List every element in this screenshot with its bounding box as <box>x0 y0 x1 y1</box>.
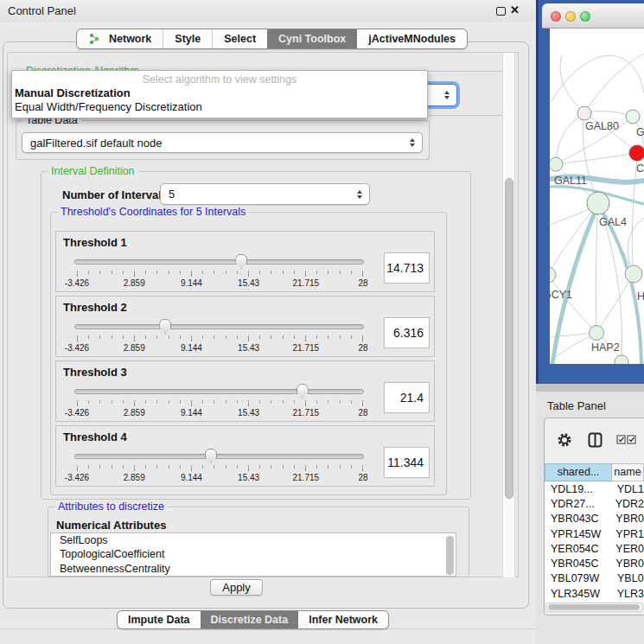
table-data-combobox[interactable]: galFiltered.sif default node <box>22 132 423 153</box>
threshold-slider-track[interactable] <box>74 454 364 459</box>
tab-label: Impute Data <box>128 614 190 626</box>
threshold-label: Threshold 1 <box>63 236 127 249</box>
threshold-value-field[interactable]: 11.344 <box>384 447 430 478</box>
number-of-intervals-combobox[interactable]: 5 <box>160 183 370 205</box>
split-columns-icon[interactable] <box>588 432 603 448</box>
network-edge[interactable] <box>584 54 644 113</box>
cell-name[interactable]: YLR3 <box>612 588 644 600</box>
attribute-item-selfloops[interactable]: SelfLoops <box>51 533 456 547</box>
slider-tick-label: 9.144 <box>181 278 202 288</box>
tab-network[interactable]: Network <box>77 29 163 48</box>
tab-cyni-toolbox[interactable]: Cyni Toolbox <box>267 29 357 48</box>
cell-shared-name[interactable]: YDR27... <box>545 498 610 510</box>
cell-shared-name[interactable]: YBR043C <box>545 513 610 525</box>
close-traffic-light-icon[interactable] <box>551 11 561 22</box>
table-row[interactable]: YER054CYER0 <box>545 541 644 556</box>
table-row[interactable]: YLR345WYLR3 <box>545 586 644 601</box>
cell-name[interactable]: YDR2 <box>610 498 644 510</box>
cell-shared-name[interactable]: YLR345W <box>545 588 612 600</box>
cell-name[interactable]: YPR1 <box>610 528 644 540</box>
threshold-slider-track[interactable] <box>74 324 364 329</box>
cell-name[interactable]: YBR0 <box>610 513 644 525</box>
network-node[interactable] <box>550 267 556 283</box>
slider-tick-label: 2.859 <box>124 408 145 418</box>
table-hscrollbar[interactable] <box>545 603 643 612</box>
cell-shared-name[interactable]: YBR045C <box>545 558 610 570</box>
node-label-c: C <box>636 163 644 175</box>
zoom-traffic-light-icon[interactable] <box>580 11 590 22</box>
attribute-item-betweennesscentrality[interactable]: BetweennessCentrality <box>51 562 456 576</box>
cell-name[interactable]: YBL0 <box>612 572 644 584</box>
dropdown-item-equal-width-frequency-discretization[interactable]: Equal Width/Frequency Discretization <box>12 100 427 114</box>
numerical-attributes-list[interactable]: SelfLoopsTopologicalCoefficientBetweenne… <box>50 532 456 577</box>
network-node[interactable] <box>577 106 591 120</box>
threshold-value-field[interactable]: 21.4 <box>384 382 430 413</box>
column-header-shared-name[interactable]: shared... <box>545 463 612 481</box>
network-edge[interactable] <box>632 161 637 274</box>
tab-label: Cyni Toolbox <box>278 33 346 45</box>
network-node[interactable] <box>550 157 563 171</box>
network-node[interactable] <box>625 265 642 283</box>
network-node[interactable] <box>590 326 604 341</box>
network-canvas[interactable]: GAL80GACGAL11GAL4GCY1HHAP2 <box>550 29 644 364</box>
tab-style[interactable]: Style <box>163 29 212 48</box>
cell-name[interactable]: YBR0 <box>610 558 644 570</box>
bottom-tab-discretize-data[interactable]: Discretize Data <box>201 611 299 628</box>
gear-icon[interactable] <box>557 432 572 448</box>
float-icon[interactable] <box>496 7 506 16</box>
list-scrollbar[interactable] <box>446 536 454 575</box>
network-node[interactable] <box>587 192 609 214</box>
network-thick-edge[interactable] <box>600 207 641 364</box>
apply-button[interactable]: Apply <box>210 579 263 596</box>
panel-scrollbar[interactable] <box>502 53 515 577</box>
column-header-name[interactable]: name <box>612 463 644 481</box>
tab-jactivemnodules[interactable]: jActiveMNodules <box>357 29 467 48</box>
network-edge[interactable] <box>556 153 637 164</box>
table-row[interactable]: YPR145WYPR1 <box>545 526 644 541</box>
table-panel-title: Table Panel <box>547 399 606 412</box>
minimize-traffic-light-icon[interactable] <box>565 11 576 22</box>
threshold-value-field[interactable]: 14.713 <box>384 252 430 284</box>
bottom-tab-impute-data[interactable]: Impute Data <box>118 611 201 628</box>
network-thick-edge[interactable] <box>552 205 598 364</box>
cell-shared-name[interactable]: YPR145W <box>545 528 610 540</box>
network-node[interactable] <box>626 110 640 124</box>
threshold-slider-track[interactable] <box>74 389 364 394</box>
table-row[interactable]: YBR043CYBR0 <box>545 512 644 526</box>
slider-knob[interactable] <box>235 254 247 269</box>
table-hscrollbar-thumb[interactable] <box>548 604 640 610</box>
bottom-tab-infer-network[interactable]: Infer Network <box>298 611 388 628</box>
panel-scrollbar-thumb[interactable] <box>505 178 513 499</box>
node-label-h: H <box>637 290 644 303</box>
attribute-item-topologicalcoefficient[interactable]: TopologicalCoefficient <box>51 547 456 561</box>
network-node[interactable] <box>615 355 628 364</box>
node-label-ga: GA <box>636 126 644 138</box>
network-icon <box>88 33 105 45</box>
table-row[interactable]: YDR27...YDR2 <box>545 496 644 511</box>
close-icon[interactable]: ✕ <box>510 3 520 16</box>
network-edge[interactable] <box>550 275 596 333</box>
cell-name[interactable]: YER0 <box>610 543 644 555</box>
cell-shared-name[interactable]: YDL19... <box>545 483 612 495</box>
cell-name[interactable]: YDL1 <box>612 483 644 495</box>
window-frame-edge <box>536 0 539 384</box>
table-row[interactable]: YDL19...YDL1 <box>545 481 644 496</box>
table-row[interactable]: YBL079WYBL0 <box>545 571 644 586</box>
checkbox-icon[interactable] <box>616 435 626 444</box>
cell-shared-name[interactable]: YER054C <box>545 543 610 555</box>
threshold-slider-track[interactable] <box>74 259 364 265</box>
slider-minor-ticks <box>77 271 364 274</box>
slider-knob[interactable] <box>205 449 217 463</box>
threshold-value-field[interactable]: 6.316 <box>384 317 430 348</box>
control-panel-tabs: NetworkStyleSelectCyni ToolboxjActiveMNo… <box>76 29 468 49</box>
cell-shared-name[interactable]: YBL079W <box>545 572 612 584</box>
slider-knob[interactable] <box>296 384 309 399</box>
table-row[interactable]: YBR045CYBR0 <box>545 556 644 571</box>
checkbox-icon[interactable] <box>627 435 636 444</box>
network-edge[interactable] <box>596 203 598 333</box>
network-edge[interactable] <box>596 274 634 333</box>
network-node[interactable] <box>629 145 644 161</box>
slider-knob[interactable] <box>159 319 171 334</box>
dropdown-item-manual-discretization[interactable]: Manual Discretization <box>12 86 427 100</box>
tab-select[interactable]: Select <box>212 29 267 48</box>
